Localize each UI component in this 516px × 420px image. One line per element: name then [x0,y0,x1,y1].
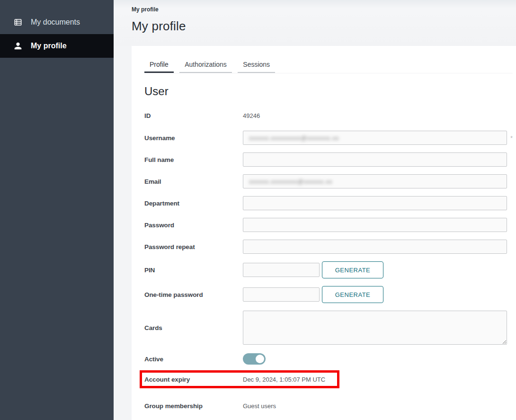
password-repeat-label: Password repeat [144,243,243,250]
email-field[interactable]: xxxxxx.xxxxxxxx@xxxxxx.xx [243,174,507,188]
sidebar-item-label: My documents [31,18,80,27]
form-row-full-name: Full name [144,152,513,167]
cards-field[interactable] [243,311,507,345]
tab-bar: Profile Authorizations Sessions [144,46,513,73]
form-row-password-repeat: Password repeat [144,240,513,254]
section-title: User [144,85,513,98]
sidebar-item-label: My profile [31,42,67,50]
form-row-id: ID 49246 [144,112,513,119]
department-label: Department [144,200,243,207]
group-membership-label: Group membership [144,402,243,410]
username-label: Username [144,134,243,142]
username-redacted-value: xxxxxx.xxxxxxxxx@xxxxxxx.xx [249,134,339,142]
one-time-password-generate-button[interactable]: GENERATE [322,286,383,303]
full-name-label: Full name [144,156,243,163]
id-label: ID [144,112,243,119]
toggle-knob [256,355,264,363]
sidebar-item-my-profile[interactable]: My profile [0,34,114,58]
email-redacted-value: xxxxxx.xxxxxxxx@xxxxxx.xx [249,178,332,185]
username-field[interactable]: xxxxxx.xxxxxxxxx@xxxxxxx.xx [243,131,507,145]
documents-list-icon [12,17,24,28]
active-label: Active [144,356,243,363]
sidebar: My documents My profile [0,0,114,420]
one-time-password-label: One-time password [144,291,243,298]
pin-generate-button[interactable]: GENERATE [322,261,383,278]
page-header: My profile My profile [114,0,516,46]
password-repeat-field[interactable] [243,240,507,254]
form-row-active: Active [144,353,513,365]
tab-authorizations[interactable]: Authorizations [179,58,232,73]
pin-label: PIN [144,267,243,274]
sidebar-item-my-documents[interactable]: My documents [0,10,114,34]
email-label: Email [144,178,243,185]
department-field[interactable] [243,196,507,210]
tab-profile[interactable]: Profile [144,58,174,73]
form-row-cards: Cards [144,311,513,345]
required-asterisk: * [510,134,513,142]
form-row-one-time-password: One-time password GENERATE [144,286,513,303]
group-membership-value: Guest users [243,402,276,410]
form-row-email: Email xxxxxx.xxxxxxxx@xxxxxx.xx [144,174,513,188]
form-row-username: Username xxxxxx.xxxxxxxxx@xxxxxxx.xx * [144,131,513,145]
password-field[interactable] [243,218,507,232]
pin-field[interactable] [243,263,320,277]
tab-sessions[interactable]: Sessions [238,58,275,73]
page-title: My profile [132,19,516,34]
breadcrumb: My profile [132,6,516,13]
profile-card: Profile Authorizations Sessions User ID … [132,46,516,420]
main-area: My profile My profile Profile Authorizat… [114,0,516,420]
account-expiry-value: Dec 9, 2024, 1:05:07 PM UTC [243,376,325,383]
form-row-pin: PIN GENERATE [144,261,513,278]
id-value: 49246 [243,112,260,119]
app-window: My documents My profile My profile My pr… [0,0,516,420]
form-row-group-membership: Group membership Guest users [144,402,513,410]
account-expiry-label: Account expiry [144,376,243,383]
full-name-field[interactable] [243,152,507,167]
form-row-department: Department [144,196,513,210]
one-time-password-field[interactable] [243,287,320,302]
person-icon [12,40,24,52]
cards-label: Cards [144,324,243,331]
form-row-password: Password [144,218,513,232]
password-label: Password [144,222,243,229]
active-toggle[interactable] [243,353,266,365]
account-expiry-highlight-box: Account expiry Dec 9, 2024, 1:05:07 PM U… [140,370,339,388]
